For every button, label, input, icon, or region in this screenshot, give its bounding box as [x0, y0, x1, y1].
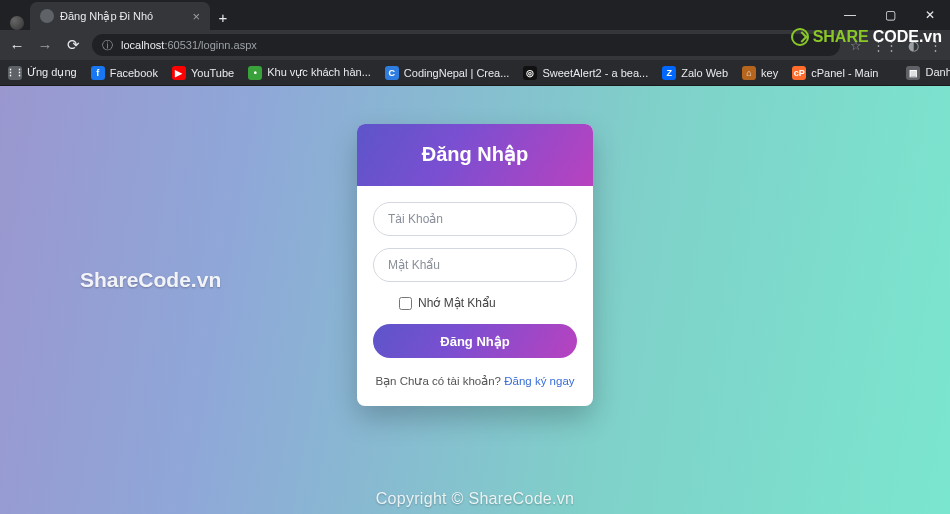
forward-button[interactable]: → — [36, 37, 54, 54]
bookmark-list: fFacebook▶YouTube•Khu vực khách hàn...CC… — [91, 66, 879, 80]
bookmark-item[interactable]: ⌂key — [742, 66, 778, 80]
remember-row[interactable]: Nhớ Mật Khẩu — [399, 296, 577, 310]
remember-label: Nhớ Mật Khẩu — [418, 296, 496, 310]
login-card: Đăng Nhập Nhớ Mật Khẩu Đăng Nhập Bạn Chư… — [357, 124, 593, 406]
maximize-button[interactable]: ▢ — [870, 0, 910, 30]
url-path: :60531/loginn.aspx — [164, 39, 256, 51]
close-window-button[interactable]: ✕ — [910, 0, 950, 30]
new-tab-button[interactable]: + — [210, 9, 236, 30]
bottom-watermark: Copyright © ShareCode.vn — [376, 490, 575, 508]
reading-list-label: Danh sách đọc — [925, 66, 950, 79]
bookmark-label: Khu vực khách hàn... — [267, 66, 371, 79]
bookmark-item[interactable]: CCodingNepal | Crea... — [385, 66, 510, 80]
address-bar: ← → ⟳ ⓘ localhost:60531/loginn.aspx ☆ ⋮⋮… — [0, 30, 950, 60]
bookmark-item[interactable]: cPcPanel - Main — [792, 66, 878, 80]
window-controls: — ▢ ✕ — [830, 0, 950, 30]
login-title: Đăng Nhập — [357, 124, 593, 186]
bookmark-label: YouTube — [191, 67, 234, 79]
favicon-icon — [40, 9, 54, 23]
bookmark-favicon-icon: Z — [662, 66, 676, 80]
page-viewport: SHARECODE.vn ShareCode.vn Đăng Nhập Nhớ … — [0, 86, 950, 514]
bookmark-label: SweetAlert2 - a bea... — [542, 67, 648, 79]
back-button[interactable]: ← — [8, 37, 26, 54]
omnibox[interactable]: ⓘ localhost:60531/loginn.aspx — [92, 34, 840, 56]
bookmark-favicon-icon: f — [91, 66, 105, 80]
close-tab-icon[interactable]: × — [192, 9, 200, 24]
app-menu-icon[interactable] — [10, 16, 24, 30]
bookmark-label: CodingNepal | Crea... — [404, 67, 510, 79]
bookmark-label: cPanel - Main — [811, 67, 878, 79]
login-button[interactable]: Đăng Nhập — [373, 324, 577, 358]
side-watermark: ShareCode.vn — [80, 268, 221, 292]
url-host: localhost — [121, 39, 164, 51]
apps-button[interactable]: ⋮⋮ Ứng dụng — [8, 66, 77, 80]
apps-icon: ⋮⋮ — [8, 66, 22, 80]
extensions-icon[interactable]: ⋮⋮ — [872, 38, 898, 53]
profile-icon[interactable]: ◐ — [908, 38, 919, 53]
bookmark-item[interactable]: ▶YouTube — [172, 66, 234, 80]
bookmark-favicon-icon: • — [248, 66, 262, 80]
toolbar-icons: ☆ ⋮⋮ ◐ ⋮ — [850, 38, 942, 53]
reading-list-button[interactable]: ▤ Danh sách đọc — [906, 66, 950, 80]
bookmarks-bar: ⋮⋮ Ứng dụng fFacebook▶YouTube•Khu vực kh… — [0, 60, 950, 86]
bookmark-favicon-icon: ⌂ — [742, 66, 756, 80]
username-input[interactable] — [373, 202, 577, 236]
bookmark-favicon-icon: C — [385, 66, 399, 80]
menu-icon[interactable]: ⋮ — [929, 38, 942, 53]
signup-footer: Bạn Chưa có tài khoản? Đăng ký ngay — [373, 374, 577, 388]
minimize-button[interactable]: — — [830, 0, 870, 30]
star-icon[interactable]: ☆ — [850, 38, 862, 53]
password-input[interactable] — [373, 248, 577, 282]
bookmark-favicon-icon: ◎ — [523, 66, 537, 80]
signup-link[interactable]: Đăng ký ngay — [504, 375, 574, 387]
browser-tab-active[interactable]: Đăng Nhập Đi Nhó × — [30, 2, 210, 30]
bookmark-favicon-icon: ▶ — [172, 66, 186, 80]
bookmark-item[interactable]: •Khu vực khách hàn... — [248, 66, 371, 80]
apps-label: Ứng dụng — [27, 66, 77, 79]
tab-title: Đăng Nhập Đi Nhó — [60, 10, 186, 23]
bookmark-label: Facebook — [110, 67, 158, 79]
reading-list-icon: ▤ — [906, 66, 920, 80]
bookmark-label: Zalo Web — [681, 67, 728, 79]
login-form: Nhớ Mật Khẩu Đăng Nhập Bạn Chưa có tài k… — [357, 186, 593, 406]
bookmark-favicon-icon: cP — [792, 66, 806, 80]
browser-tab-strip: Đăng Nhập Đi Nhó × + — ▢ ✕ — [0, 0, 950, 30]
reload-button[interactable]: ⟳ — [64, 36, 82, 54]
bookmark-item[interactable]: ◎SweetAlert2 - a bea... — [523, 66, 648, 80]
remember-checkbox[interactable] — [399, 297, 412, 310]
bookmark-label: key — [761, 67, 778, 79]
site-info-icon[interactable]: ⓘ — [102, 38, 113, 53]
bookmark-item[interactable]: fFacebook — [91, 66, 158, 80]
bookmark-item[interactable]: ZZalo Web — [662, 66, 728, 80]
no-account-text: Bạn Chưa có tài khoản? — [375, 375, 504, 387]
